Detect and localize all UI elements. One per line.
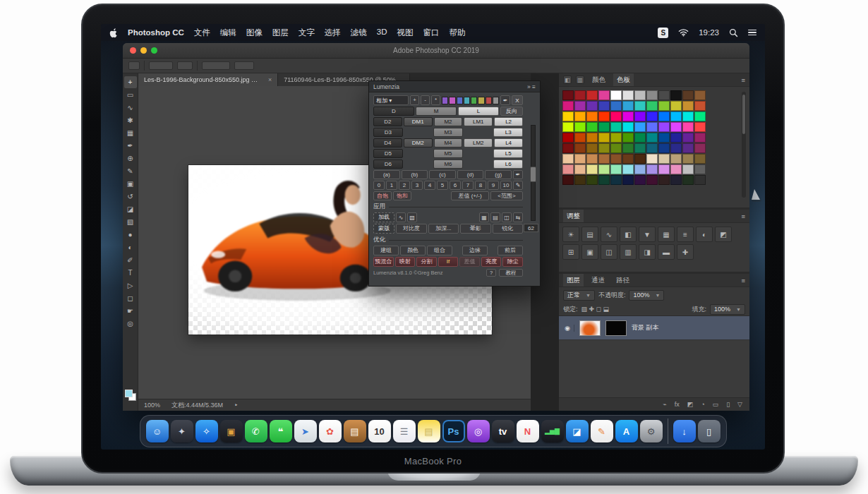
color-swatch[interactable]	[634, 143, 646, 153]
collapsed-panel-icon[interactable]: ◧	[563, 76, 572, 84]
lock-icon[interactable]: ▨	[581, 306, 589, 313]
color-swatch[interactable]	[646, 90, 658, 100]
clone-stamp-tool[interactable]: ▣	[124, 178, 137, 190]
lum-close-button[interactable]: X	[512, 95, 523, 105]
scrollbar-thumb[interactable]	[742, 95, 745, 134]
dock-messages[interactable]: ❝	[270, 420, 292, 442]
color-swatch[interactable]	[682, 154, 694, 164]
tool-preset-control[interactable]	[128, 61, 140, 70]
lum-action-预混合[interactable]: 预混合	[373, 257, 394, 267]
color-swatch[interactable]	[658, 112, 670, 121]
selective-color-adjustment[interactable]: ✚	[677, 244, 694, 260]
color-swatch[interactable]	[586, 112, 598, 121]
status-caret-icon[interactable]: ‣	[234, 402, 238, 409]
lasso-tool[interactable]: ∿	[124, 102, 137, 114]
adjustment-layer-icon[interactable]: ◔	[701, 401, 704, 408]
color-swatch[interactable]	[646, 164, 658, 174]
layer-mask-thumbnail[interactable]	[605, 320, 627, 336]
lum-saturation-button[interactable]: 饱和	[393, 191, 411, 200]
layer-row[interactable]: ◉背景 副本	[559, 316, 749, 340]
color-swatch[interactable]	[574, 112, 586, 121]
color-swatch[interactable]	[562, 154, 574, 164]
photo-filter-adjustment[interactable]: ◩	[715, 227, 732, 242]
lum-picker-icon[interactable]: ✒	[500, 95, 510, 105]
color-swatch[interactable]	[586, 154, 598, 164]
panel-menu-icon[interactable]: ≡	[741, 76, 745, 84]
lum-delta-button[interactable]: 差值 (+/-)	[451, 191, 489, 200]
lum-color-chip[interactable]	[449, 97, 455, 104]
lum-brush-icon[interactable]: ✎	[513, 181, 523, 190]
dock-photoshop[interactable]: Ps	[442, 420, 465, 442]
layer-effects-icon[interactable]: fx	[675, 401, 680, 408]
color-swatch[interactable]	[610, 143, 622, 153]
color-swatch[interactable]	[574, 90, 586, 100]
lum-color-chip[interactable]	[471, 97, 477, 104]
type-tool[interactable]: T	[124, 267, 137, 279]
lum-zone-1[interactable]: 1	[386, 181, 397, 190]
color-swatch[interactable]	[670, 154, 682, 164]
color-swatch[interactable]	[586, 143, 598, 153]
lum-mask-M4[interactable]: M4	[434, 138, 463, 147]
vibrance-adjustment[interactable]: ▼	[639, 227, 656, 242]
dock-launchpad[interactable]: ✦	[171, 420, 193, 442]
lum-mask-D6[interactable]: D6	[373, 159, 403, 169]
color-swatch[interactable]	[622, 101, 634, 111]
color-swatch[interactable]	[694, 164, 706, 174]
brightness-contrast-adjustment[interactable]: ☀	[562, 227, 579, 242]
color-swatch[interactable]	[586, 90, 598, 100]
color-swatch[interactable]	[574, 101, 586, 111]
lum-action-分割[interactable]: 分割	[416, 257, 437, 267]
foreground-color-chip[interactable]	[125, 390, 133, 397]
document-tab[interactable]: Les-B-1996-Background-850x550.jpg @ 66.7…	[138, 73, 278, 86]
dock-apple-tv[interactable]: tv	[492, 420, 514, 442]
color-swatch[interactable]	[670, 133, 682, 143]
lum-mask-D4[interactable]: D4	[373, 138, 402, 147]
option-control[interactable]	[234, 61, 254, 70]
color-swatch[interactable]	[670, 112, 682, 121]
lum-eyedropper-icon[interactable]: ✒	[513, 170, 523, 179]
input-method-badge[interactable]: S	[658, 28, 668, 38]
color-swatch[interactable]	[646, 143, 658, 153]
dock-pages[interactable]: ✎	[591, 420, 613, 442]
crop-tool[interactable]: ▦	[124, 127, 137, 139]
color-swatch[interactable]	[562, 164, 574, 174]
color-swatch[interactable]	[586, 164, 598, 174]
lum-action-If[interactable]: If	[438, 257, 459, 267]
menu-item-滤镜[interactable]: 滤镜	[351, 28, 367, 38]
lum-load-icon-5[interactable]: ⇆	[513, 212, 523, 222]
color-swatch[interactable]	[658, 164, 670, 174]
dock-settings[interactable]: ⚙	[640, 420, 663, 442]
dock-calendar[interactable]: 10	[368, 420, 391, 442]
lum-color-chip[interactable]	[478, 97, 484, 104]
dock-facetime[interactable]: ✆	[245, 420, 267, 442]
color-swatch[interactable]	[562, 112, 574, 121]
dock-stocks[interactable]: ▂▅▇	[541, 420, 564, 442]
layer-thumbnail[interactable]	[579, 320, 601, 336]
color-swatch[interactable]	[670, 143, 682, 153]
zoom-level[interactable]: 100%	[144, 402, 160, 409]
wifi-icon[interactable]	[678, 28, 689, 37]
healing-brush-tool[interactable]: ⊕	[124, 152, 137, 164]
dock-podcasts[interactable]: ◎	[467, 420, 490, 442]
color-swatch[interactable]	[682, 90, 694, 100]
lum-vibrance-button[interactable]: 自饱	[373, 191, 392, 200]
color-swatch[interactable]	[598, 143, 610, 153]
path-select-tool[interactable]: ▷	[124, 279, 137, 291]
color-swatch[interactable]	[694, 112, 706, 121]
lumenzia-titlebar[interactable]: Lumenzia » ≡	[369, 81, 540, 92]
color-balance-adjustment[interactable]: ≡	[677, 227, 694, 242]
color-swatch[interactable]	[574, 175, 586, 185]
brush-tool[interactable]: ✎	[124, 165, 137, 177]
black-white-adjustment[interactable]: ◐	[696, 227, 713, 242]
marquee-tool[interactable]: ▭	[124, 89, 137, 101]
lum-mask-M3[interactable]: M3	[433, 128, 463, 137]
eyedropper-tool[interactable]: ✒	[124, 140, 137, 152]
option-control[interactable]	[202, 61, 230, 70]
window-titlebar[interactable]: Adobe Photoshop CC 2019	[123, 43, 749, 59]
lum-mask-D2[interactable]: D2	[373, 117, 402, 126]
tab-色板[interactable]: 色板	[613, 73, 634, 86]
lum-zone-8[interactable]: 8	[475, 181, 486, 190]
channel-mixer-adjustment[interactable]: ⊞	[562, 244, 579, 260]
dodge-tool[interactable]: ◐	[124, 241, 137, 253]
color-swatch[interactable]	[610, 101, 622, 111]
